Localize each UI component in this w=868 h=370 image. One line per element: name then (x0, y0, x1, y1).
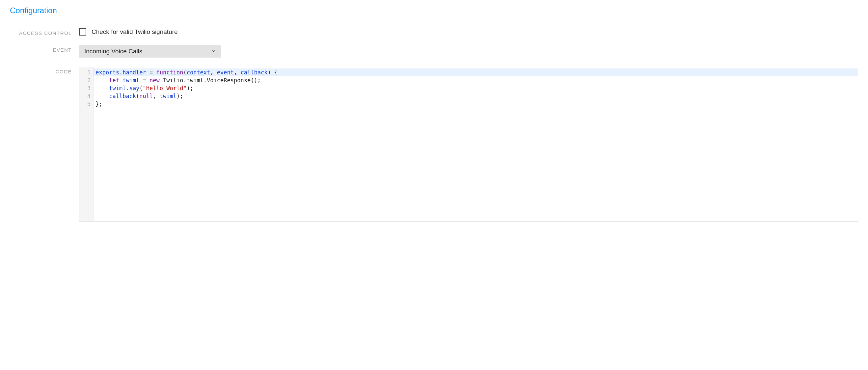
event-select[interactable]: Incoming Voice Calls (79, 45, 221, 58)
code-label: CODE (10, 67, 79, 221)
signature-checkbox[interactable] (79, 28, 86, 36)
gutter-line-number: 2 (87, 76, 91, 84)
gutter-line-number: 4 (87, 92, 91, 100)
code-lines[interactable]: exports.handler = function(context, even… (94, 67, 858, 221)
code-row: CODE 12345 exports.handler = function(co… (10, 67, 858, 221)
code-line[interactable]: let twiml = new Twilio.twiml.VoiceRespon… (94, 76, 858, 84)
gutter-line-number: 5 (87, 100, 91, 108)
event-select-value: Incoming Voice Calls (84, 48, 142, 55)
signature-checkbox-label: Check for valid Twilio signature (92, 28, 178, 36)
access-control-checkbox-wrap: Check for valid Twilio signature (79, 28, 858, 36)
code-line[interactable]: twiml.say("Hello World"); (94, 84, 858, 92)
gutter-line-number: 3 (87, 84, 91, 92)
code-line[interactable]: callback(null, twiml); (94, 92, 858, 100)
chevron-down-icon (211, 49, 216, 54)
access-control-label: ACCESS CONTROL (10, 28, 79, 36)
code-editor[interactable]: 12345 exports.handler = function(context… (79, 67, 858, 221)
event-label: EVENT (10, 45, 79, 53)
event-row: EVENT Incoming Voice Calls (10, 45, 858, 58)
code-line[interactable]: }; (94, 100, 858, 108)
gutter-line-number: 1 (87, 68, 91, 76)
access-control-row: ACCESS CONTROL Check for valid Twilio si… (10, 28, 858, 36)
section-title: Configuration (10, 6, 858, 15)
code-line[interactable]: exports.handler = function(context, even… (94, 68, 858, 76)
code-gutter: 12345 (80, 67, 94, 221)
